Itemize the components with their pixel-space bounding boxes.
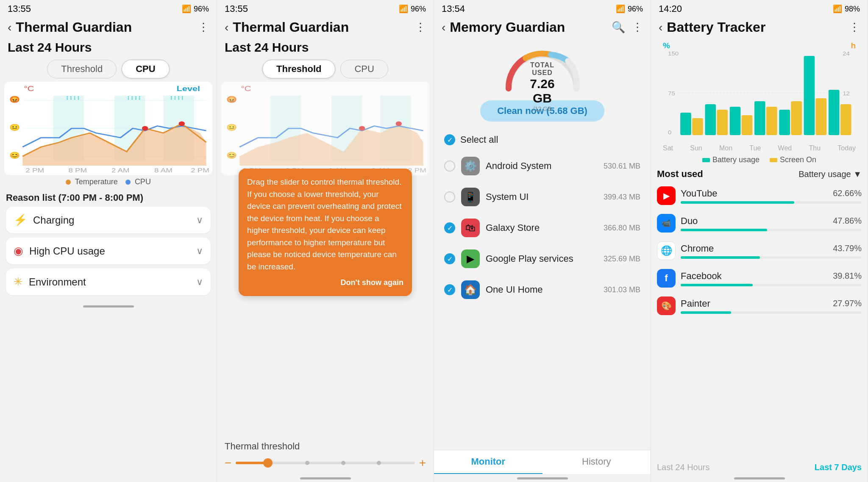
tooltip-text: Drag the slider to control thermal thres… — [247, 177, 401, 271]
status-time-2: 13:55 — [225, 3, 248, 14]
chart-x-labels: Sat Sun Mon Tue Wed Thu Today — [651, 144, 868, 153]
svg-rect-47 — [680, 113, 691, 135]
app-name-1: System UI — [486, 191, 598, 202]
app-item-3[interactable]: ✓ ▶ Google Play services 325.69 MB — [440, 244, 645, 274]
select-all-checkbox[interactable]: ✓ — [444, 134, 455, 145]
tab-threshold-1[interactable]: Threshold — [47, 60, 117, 78]
tab-monitor[interactable]: Monitor — [434, 450, 542, 474]
more-menu-3[interactable]: ⋮ — [632, 21, 643, 34]
app-list: ✓ Select all ⚙️ Android System 530.61 MB… — [434, 129, 651, 450]
svg-point-8 — [179, 122, 185, 126]
usage-youtube[interactable]: ▶ YouTube 62.66% — [657, 182, 862, 210]
usage-chrome[interactable]: 🌐 Chrome 43.79% — [657, 237, 862, 265]
axis-header: % h — [651, 39, 868, 50]
gauge-value: 7.26 GB — [521, 77, 564, 105]
painter-name: Painter — [681, 298, 710, 309]
svg-text:°C: °C — [241, 85, 251, 92]
app-name-3: Google Play services — [486, 253, 598, 264]
back-button-3[interactable]: ‹ — [442, 21, 445, 34]
painter-icon: 🎨 — [657, 296, 676, 315]
youtube-pct: 62.66% — [833, 188, 862, 198]
slider-thumb[interactable] — [263, 458, 273, 468]
battery-4: 98% — [845, 5, 860, 14]
usage-facebook[interactable]: f Facebook 39.81% — [657, 265, 862, 292]
status-icons-2: 📶 96% — [399, 4, 426, 14]
section-title-1: Last 24 Hours — [0, 39, 217, 58]
reason-env[interactable]: ✳ Environment ∨ — [6, 269, 211, 295]
app-item-0[interactable]: ⚙️ Android System 530.61 MB — [440, 151, 645, 182]
facebook-pct: 39.81% — [833, 271, 862, 281]
section-title-2: Last 24 Hours — [217, 39, 434, 58]
duo-bar — [681, 229, 767, 231]
svg-rect-52 — [804, 56, 815, 135]
battery-chart-area: 150 75 0 24 12 0 — [651, 50, 868, 144]
reason-section: Reason list (7:00 PM - 8:00 PM) ⚡ Chargi… — [0, 188, 217, 302]
slider-track[interactable] — [236, 462, 415, 464]
svg-rect-54 — [692, 118, 703, 135]
time-7d[interactable]: Last 7 Days — [815, 463, 862, 472]
env-icon: ✳ — [14, 275, 23, 288]
svg-point-34 — [396, 122, 402, 126]
svg-text:8 AM: 8 AM — [154, 167, 172, 174]
top-bar-3: ‹ Memory Guardian 🔍 ⋮ — [434, 16, 651, 39]
charging-label: Charging — [33, 214, 74, 226]
time-24h[interactable]: Last 24 Hours — [657, 463, 710, 472]
svg-text:😡: 😡 — [9, 96, 20, 104]
back-button-4[interactable]: ‹ — [659, 21, 662, 34]
svg-text:Level: Level — [177, 85, 200, 92]
wifi-icon-1: 📶 — [182, 4, 191, 14]
usage-painter[interactable]: 🎨 Painter 27.97% — [657, 292, 862, 320]
search-btn-3[interactable]: 🔍 — [612, 21, 625, 34]
chart-area-1: 5 3 1 😡 😐 😊 Level °C 2 PM 8 PM 2 AM 8 AM… — [4, 82, 212, 175]
tab-cpu-1[interactable]: CPU — [122, 60, 169, 78]
status-time-3: 13:54 — [442, 3, 465, 14]
more-menu-1[interactable]: ⋮ — [198, 21, 209, 34]
back-button-2[interactable]: ‹ — [225, 21, 228, 34]
more-menu-2[interactable]: ⋮ — [415, 21, 426, 34]
app-checkbox-0[interactable] — [444, 161, 455, 172]
slider-plus-btn[interactable]: + — [419, 456, 426, 470]
tooltip-dismiss-btn[interactable]: Don't show again — [247, 277, 403, 288]
sort-dropdown[interactable]: Battery usage ▼ — [798, 169, 862, 179]
svg-rect-53 — [829, 90, 840, 135]
app-item-1[interactable]: 📱 System UI 399.43 MB — [440, 182, 645, 213]
select-all-row[interactable]: ✓ Select all — [440, 129, 645, 151]
status-icons-1: 📶 96% — [182, 4, 209, 14]
more-menu-4[interactable]: ⋮ — [849, 21, 860, 34]
reason-charging[interactable]: ⚡ Charging ∨ — [6, 207, 211, 233]
app-item-2[interactable]: ✓ 🛍 Galaxy Store 366.80 MB — [440, 213, 645, 244]
home-indicator-2 — [300, 477, 351, 479]
slider-minus-btn[interactable]: − — [225, 456, 231, 470]
tab-threshold-2[interactable]: Threshold — [262, 60, 335, 78]
app-usage-list: ▶ YouTube 62.66% 📹 Duo 47.86% — [651, 182, 868, 460]
chart-area-2: 😡 😐 😊 °C 2 PM 8 PM 2 AM 8 AM 2 PM — [221, 82, 429, 175]
app-checkbox-3[interactable]: ✓ — [444, 253, 455, 264]
painter-pct: 27.97% — [833, 299, 862, 308]
x-today: Today — [837, 144, 856, 152]
usage-duo[interactable]: 📹 Duo 47.86% — [657, 210, 862, 237]
tab-row-2: Threshold CPU — [217, 58, 434, 82]
app-checkbox-4[interactable]: ✓ — [444, 284, 455, 295]
slider-dot-3 — [377, 461, 381, 465]
app-checkbox-2[interactable]: ✓ — [444, 222, 455, 233]
wifi-icon-4: 📶 — [833, 4, 842, 14]
reason-title: Reason list (7:00 PM - 8:00 PM) — [6, 192, 211, 203]
env-label: Environment — [29, 276, 86, 288]
app-item-4[interactable]: ✓ 🏠 One UI Home 301.03 MB — [440, 274, 645, 305]
temp-legend: Temperature — [66, 177, 118, 186]
youtube-icon: ▶ — [657, 186, 676, 205]
app-checkbox-1[interactable] — [444, 191, 455, 202]
slider-row: − + — [225, 456, 426, 470]
tab-cpu-2[interactable]: CPU — [340, 60, 388, 78]
svg-text:0: 0 — [668, 129, 672, 135]
panel3-memory: 13:54 📶 96% ‹ Memory Guardian 🔍 ⋮ — [434, 0, 651, 482]
svg-text:2 AM: 2 AM — [111, 167, 130, 174]
back-button-1[interactable]: ‹ — [8, 21, 11, 34]
app-size-4: 301.03 MB — [604, 285, 640, 294]
reason-cpu[interactable]: ◉ High CPU usage ∨ — [6, 238, 211, 264]
tab-history[interactable]: History — [542, 450, 651, 474]
svg-rect-51 — [779, 110, 790, 135]
status-icons-4: 📶 98% — [833, 4, 860, 14]
status-bar-1: 13:55 📶 96% — [0, 0, 217, 16]
painter-bar — [681, 311, 731, 314]
